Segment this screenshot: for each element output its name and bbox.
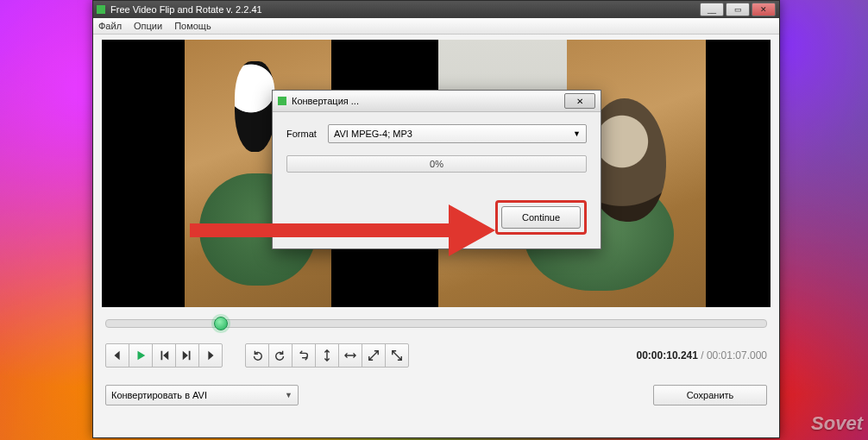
progress-bar: 0% — [286, 155, 587, 173]
title-bar[interactable]: Free Video Flip and Rotate v. 2.2.41 __ … — [93, 1, 779, 18]
conversion-dialog: Конвертация ... ✕ Format AVI MPEG-4; MP3… — [272, 90, 601, 249]
output-format-value: Конвертировать в AVI — [111, 390, 207, 400]
flip-vertical-button[interactable] — [315, 343, 339, 368]
format-select[interactable]: AVI MPEG-4; MP3 ▼ — [328, 124, 587, 143]
output-format-combo[interactable]: Конвертировать в AVI ▼ — [105, 385, 299, 405]
dialog-app-icon — [278, 97, 286, 105]
minimize-button[interactable]: __ — [700, 3, 724, 16]
rotate-flip-controls — [245, 343, 409, 368]
timeline-slider[interactable] — [105, 319, 767, 328]
maximize-button[interactable]: ▭ — [726, 3, 750, 16]
menu-options[interactable]: Опции — [134, 21, 162, 31]
dialog-title: Конвертация ... — [292, 96, 564, 106]
timecode: 00:00:10.241 / 00:01:07.000 — [637, 349, 767, 361]
menu-bar: Файл Опции Помощь — [93, 18, 779, 35]
timecode-current: 00:00:10.241 — [637, 349, 698, 361]
next-button[interactable] — [198, 343, 223, 368]
rotate-cw-button[interactable] — [268, 343, 292, 368]
menu-file[interactable]: Файл — [98, 21, 122, 31]
flip-horizontal-button[interactable] — [338, 343, 362, 368]
format-label: Format — [286, 129, 328, 139]
chevron-down-icon: ▼ — [285, 391, 292, 399]
app-title: Free Video Flip and Rotate v. 2.2.41 — [110, 4, 700, 15]
flip-diagonal-2-button[interactable] — [385, 343, 409, 368]
continue-button[interactable]: Continue — [501, 206, 581, 229]
dialog-close-button[interactable]: ✕ — [564, 93, 595, 109]
dialog-title-bar[interactable]: Конвертация ... ✕ — [273, 91, 601, 112]
close-button[interactable]: ✕ — [752, 3, 776, 16]
app-window: Free Video Flip and Rotate v. 2.2.41 __ … — [92, 0, 780, 438]
step-back-button[interactable] — [152, 343, 176, 368]
format-select-value: AVI MPEG-4; MP3 — [334, 129, 412, 139]
rotate-ccw-button[interactable] — [245, 343, 269, 368]
rotate-180-button[interactable] — [292, 343, 316, 368]
playback-controls — [105, 343, 223, 368]
app-icon — [97, 5, 105, 14]
step-forward-button[interactable] — [175, 343, 199, 368]
menu-help[interactable]: Помощь — [174, 21, 211, 31]
flip-diagonal-1-button[interactable] — [362, 343, 386, 368]
timecode-duration: 00:01:07.000 — [707, 349, 767, 361]
timeline-thumb[interactable] — [214, 317, 228, 330]
prev-button[interactable] — [105, 343, 129, 368]
highlight-annotation: Continue — [495, 200, 587, 235]
progress-value: 0% — [430, 159, 443, 169]
play-button[interactable] — [129, 343, 153, 368]
save-button[interactable]: Сохранить — [653, 385, 767, 405]
chevron-down-icon: ▼ — [573, 129, 581, 138]
